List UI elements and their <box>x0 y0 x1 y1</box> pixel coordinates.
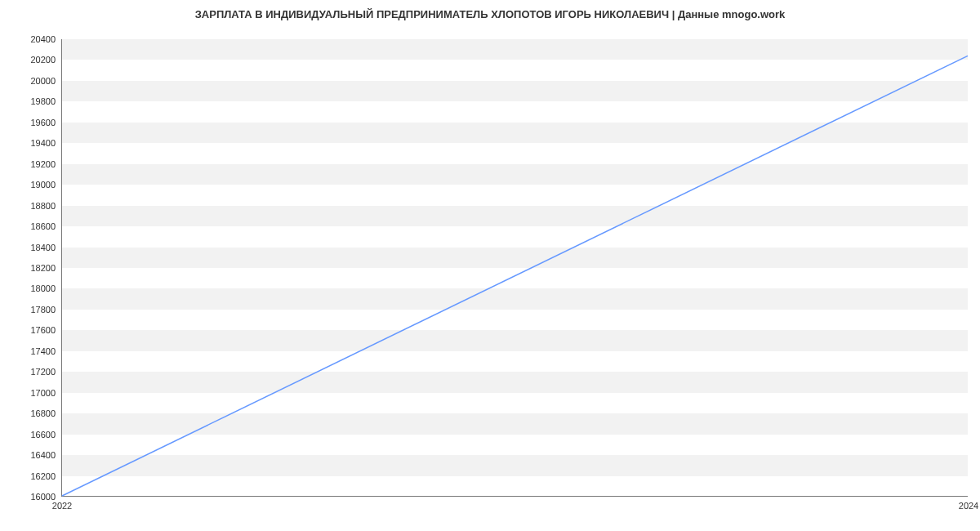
y-tick-label: 19200 <box>30 159 62 169</box>
y-tick-label: 20400 <box>30 34 62 44</box>
line-series <box>62 39 968 496</box>
y-tick-label: 17800 <box>30 305 62 315</box>
series-line <box>62 56 968 496</box>
y-tick-label: 19600 <box>30 118 62 127</box>
y-tick-label: 19400 <box>30 138 62 148</box>
y-tick-label: 17200 <box>30 367 62 377</box>
y-tick-label: 16600 <box>30 430 62 440</box>
y-tick-label: 16200 <box>30 471 62 481</box>
chart-container: ЗАРПЛАТА В ИНДИВИДУАЛЬНЫЙ ПРЕДПРИНИМАТЕЛ… <box>0 0 980 531</box>
y-tick-label: 17600 <box>30 325 62 335</box>
x-tick-label: 2024 <box>959 496 978 511</box>
plot-area: 1600016200164001660016800170001720017400… <box>61 39 968 497</box>
y-tick-label: 20000 <box>30 76 62 86</box>
y-tick-label: 18000 <box>30 283 62 293</box>
x-tick-label: 2022 <box>52 496 72 511</box>
y-tick-label: 19800 <box>30 96 62 106</box>
y-tick-label: 18200 <box>30 263 62 273</box>
y-tick-label: 19000 <box>30 180 62 190</box>
y-tick-label: 18400 <box>30 243 62 252</box>
y-tick-label: 17400 <box>30 346 62 356</box>
y-tick-label: 18600 <box>30 221 62 231</box>
y-tick-label: 16800 <box>30 408 62 418</box>
y-tick-label: 20200 <box>30 55 62 65</box>
chart-title: ЗАРПЛАТА В ИНДИВИДУАЛЬНЫЙ ПРЕДПРИНИМАТЕЛ… <box>0 8 980 20</box>
y-tick-label: 16400 <box>30 450 62 460</box>
y-tick-label: 17000 <box>30 388 62 398</box>
y-tick-label: 18800 <box>30 201 62 211</box>
